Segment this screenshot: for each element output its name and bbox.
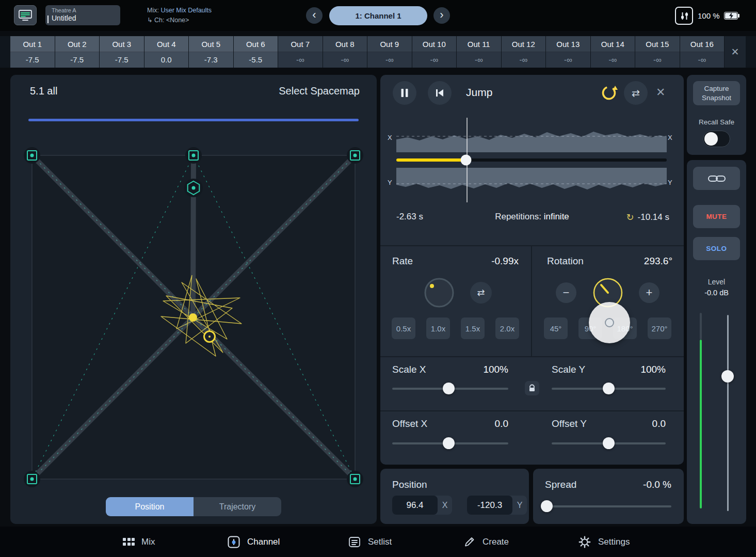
skip-to-start-button[interactable] [428, 81, 452, 105]
spread-card: Spread -0.0 % [533, 469, 684, 524]
toggle-knob [704, 132, 718, 146]
level-label: Level [687, 278, 746, 286]
source-position-dot[interactable] [189, 313, 197, 322]
output-label: Out 10 [412, 36, 457, 52]
output-label: Out 13 [546, 36, 590, 52]
pan-mode-button[interactable] [675, 7, 693, 25]
pause-button[interactable] [393, 81, 416, 105]
repeat-icon: ⇄ [632, 87, 640, 99]
venue-name: Theatre A [52, 7, 115, 13]
speaker-node-top-right[interactable] [347, 147, 363, 164]
output-out-11[interactable]: Out 11-∞ [457, 36, 501, 68]
nav-channel[interactable]: Channel [227, 527, 280, 557]
faders-icon [678, 10, 690, 22]
output-out-10[interactable]: Out 10-∞ [412, 36, 457, 68]
output-out-12[interactable]: Out 12-∞ [502, 36, 546, 68]
output-out-5[interactable]: Out 5-7.3 [189, 36, 233, 68]
offset-y-slider-handle[interactable] [603, 437, 615, 449]
next-channel-button[interactable]: › [433, 7, 450, 24]
nav-label: Mix [141, 537, 155, 547]
output-level: -∞ [591, 52, 635, 68]
output-out-14[interactable]: Out 14-∞ [591, 36, 635, 68]
rate-direction-button[interactable]: ⇄ [470, 282, 492, 304]
rotation-preset-3[interactable]: 270° [648, 317, 671, 339]
tab-trajectory[interactable]: Trajectory [194, 497, 281, 516]
output-out-7[interactable]: Out 7-∞ [278, 36, 323, 68]
device-screen-icon [18, 9, 33, 22]
close-output-row-button[interactable]: ✕ [725, 36, 746, 68]
source-position-ring[interactable] [204, 331, 215, 342]
rate-preset-1[interactable]: 1.0x [426, 317, 450, 339]
position-y-input[interactable]: -120.3 [467, 496, 512, 515]
tab-position[interactable]: Position [106, 497, 194, 516]
link-button[interactable] [693, 167, 740, 190]
level-meter [700, 340, 702, 508]
capture-snapshot-button[interactable]: Capture Snapshot [693, 81, 740, 105]
speaker-node-bottom-left[interactable] [24, 471, 40, 487]
spread-slider[interactable] [545, 505, 671, 507]
speaker-node-top-left[interactable] [24, 147, 40, 164]
virtual-node-hexagon[interactable] [184, 179, 203, 197]
nav-settings[interactable]: Settings [578, 527, 630, 557]
output-level: -∞ [457, 52, 501, 68]
channel-selector-button[interactable]: 1: Channel 1 [329, 6, 427, 25]
remaining-time: -10.14 s [638, 212, 669, 222]
rate-knob[interactable] [424, 277, 455, 308]
output-out-9[interactable]: Out 9-∞ [367, 36, 412, 68]
scale-y-slider-handle[interactable] [603, 383, 615, 394]
repeat-mode-button[interactable]: ⇄ [624, 81, 648, 105]
solo-button[interactable]: SOLO [693, 237, 740, 260]
preset-label: 0.5x [396, 324, 411, 333]
output-label: Out 5 [189, 36, 233, 52]
level-fader-track[interactable] [727, 315, 729, 511]
spread-slider-handle[interactable] [541, 500, 553, 512]
divider [380, 410, 684, 411]
rate-preset-0[interactable]: 0.5x [392, 317, 415, 339]
trajectory-waveform[interactable] [396, 118, 667, 202]
timeline-scrub-handle[interactable] [461, 155, 472, 166]
nav-create[interactable]: Create [462, 527, 509, 557]
scale-link-lock-button[interactable] [525, 381, 539, 395]
reset-loop-button[interactable] [600, 84, 618, 102]
spacemap-canvas[interactable] [10, 75, 377, 524]
speaker-node-top-center[interactable] [185, 147, 202, 164]
view-mode-toggle: Position Trajectory [106, 497, 281, 516]
level-fader-handle[interactable] [721, 370, 734, 383]
position-x-suffix: X [438, 501, 452, 510]
output-label: Out 9 [367, 36, 412, 52]
output-out-15[interactable]: Out 15-∞ [635, 36, 680, 68]
rate-preset-3[interactable]: 2.0x [495, 317, 519, 339]
mute-button[interactable]: MUTE [693, 205, 740, 228]
output-out-13[interactable]: Out 13-∞ [546, 36, 590, 68]
offset-x-slider-handle[interactable] [443, 437, 455, 449]
output-out-6[interactable]: Out 6-5.5 [234, 36, 278, 68]
output-out-4[interactable]: Out 40.0 [144, 36, 189, 68]
output-out-8[interactable]: Out 8-∞ [323, 36, 367, 68]
speaker-node-bottom-right[interactable] [347, 471, 363, 487]
rotation-decrease-button[interactable]: − [556, 282, 576, 303]
rotation-increase-button[interactable]: + [639, 282, 660, 303]
preset-label: 45° [550, 324, 562, 333]
output-label: Out 16 [680, 36, 725, 52]
rate-preset-2[interactable]: 1.5x [461, 317, 485, 339]
nav-label: Create [482, 537, 509, 547]
output-label: Out 15 [635, 36, 680, 52]
rotation-preset-0[interactable]: 45° [544, 317, 568, 339]
setlist-icon [348, 535, 361, 549]
close-trajectory-button[interactable]: ✕ [656, 86, 665, 99]
output-out-16[interactable]: Out 16-∞ [680, 36, 725, 68]
scale-y-value: 100% [640, 364, 666, 375]
output-out-2[interactable]: Out 2-7.5 [55, 36, 100, 68]
recall-safe-toggle[interactable] [703, 131, 730, 147]
scale-x-slider-handle[interactable] [443, 383, 455, 394]
nav-setlist[interactable]: Setlist [348, 527, 392, 557]
output-out-1[interactable]: Out 1-7.5 [10, 36, 55, 68]
position-x-input[interactable]: 96.4 [392, 496, 438, 515]
previous-channel-button[interactable]: ‹ [306, 7, 323, 24]
project-name-field[interactable]: Theatre A Untitled [45, 5, 120, 25]
nav-mix[interactable]: Mix [123, 527, 155, 557]
device-status-button[interactable] [14, 5, 37, 25]
offset-y-label: Offset Y [552, 418, 587, 429]
output-out-3[interactable]: Out 3-7.5 [100, 36, 144, 68]
rate-value: -0.99x [491, 256, 519, 267]
